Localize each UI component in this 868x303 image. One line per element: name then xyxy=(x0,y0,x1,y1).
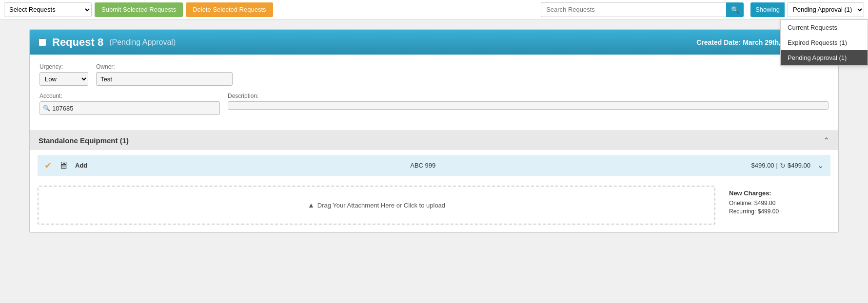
monitor-icon: 🖥 xyxy=(59,160,68,171)
showing-label: Showing xyxy=(750,2,785,17)
account-wrapper: 🔍 107685 xyxy=(39,101,220,115)
equipment-price: $499.00 | ↻ $499.00 xyxy=(751,162,810,170)
account-group: Account: 🔍 107685 xyxy=(39,93,220,115)
undo-icon[interactable]: ↻ xyxy=(780,162,786,170)
search-input[interactable] xyxy=(541,2,726,17)
equipment-check-icon[interactable]: ✔ xyxy=(44,160,52,171)
delete-selected-button[interactable]: Delete Selected Requests xyxy=(186,2,273,17)
menu-item-current[interactable]: Current Requests xyxy=(781,20,868,35)
owner-label: Owner: xyxy=(96,63,233,70)
equipment-chevron-icon[interactable]: ⌄ xyxy=(817,161,824,170)
main-content: Request 8 (Pending Approval) Created Dat… xyxy=(0,19,868,243)
select-requests-dropdown[interactable]: Select Requests xyxy=(4,2,92,17)
account-description-row: Account: 🔍 107685 Description: xyxy=(39,93,829,115)
request-status: (Pending Approval) xyxy=(109,38,176,47)
section-header: Standalone Equipment (1) ⌃ xyxy=(30,131,838,150)
request-card: Request 8 (Pending Approval) Created Dat… xyxy=(29,29,839,233)
equipment-action: Add xyxy=(75,162,95,169)
account-value: 107685 xyxy=(52,105,73,112)
account-search-icon: 🔍 xyxy=(43,105,50,112)
section-title: Standalone Equipment (1) xyxy=(39,136,129,145)
section-chevron-icon[interactable]: ⌃ xyxy=(823,136,829,145)
description-input[interactable] xyxy=(228,101,829,110)
urgency-owner-row: Urgency: Low Owner: xyxy=(39,63,829,86)
owner-input[interactable] xyxy=(96,72,233,86)
upload-label: Drag Your Attachment Here or Click to up… xyxy=(317,202,445,209)
equipment-name: ABC 999 xyxy=(101,162,745,169)
request-header-left: Request 8 (Pending Approval) xyxy=(39,36,176,49)
showing-dropdown[interactable]: Pending Approval (1) xyxy=(788,2,864,17)
search-icon: 🔍 xyxy=(731,6,739,14)
toolbar: Select Requests Submit Selected Requests… xyxy=(0,0,868,19)
charges-title: New Charges: xyxy=(729,189,825,197)
upload-icon: ▲ xyxy=(308,201,315,209)
search-wrapper: 🔍 xyxy=(541,2,744,17)
urgency-select[interactable]: Low xyxy=(39,72,88,86)
bottom-area: ▲ Drag Your Attachment Here or Click to … xyxy=(30,181,838,232)
showing-menu: Current Requests Expired Requests (1) Pe… xyxy=(780,19,868,66)
request-title: Request 8 xyxy=(52,36,103,49)
description-group: Description: xyxy=(228,93,829,110)
owner-group: Owner: xyxy=(96,63,233,86)
urgency-group: Urgency: Low xyxy=(39,63,88,86)
form-area: Urgency: Low Owner: Account: 🔍 107685 xyxy=(30,55,838,131)
request-checkbox[interactable] xyxy=(39,38,46,46)
recurring-charge: Recurring: $499.00 xyxy=(729,208,825,215)
menu-item-pending[interactable]: Pending Approval (1) xyxy=(781,50,868,65)
search-button[interactable]: 🔍 xyxy=(726,2,744,17)
onetime-charge: Onetime: $499.00 xyxy=(729,200,825,207)
upload-area[interactable]: ▲ Drag Your Attachment Here or Click to … xyxy=(38,186,715,225)
submit-selected-button[interactable]: Submit Selected Requests xyxy=(95,2,183,17)
urgency-label: Urgency: xyxy=(39,63,88,70)
equipment-item: ✔ 🖥 Add ABC 999 $499.00 | ↻ $499.00 ⌄ xyxy=(38,155,830,176)
charges-box: New Charges: Onetime: $499.00 Recurring:… xyxy=(723,186,830,225)
request-header: Request 8 (Pending Approval) Created Dat… xyxy=(30,30,838,55)
menu-item-expired[interactable]: Expired Requests (1) xyxy=(781,35,868,50)
account-label: Account: xyxy=(39,93,220,99)
description-label: Description: xyxy=(228,93,829,99)
